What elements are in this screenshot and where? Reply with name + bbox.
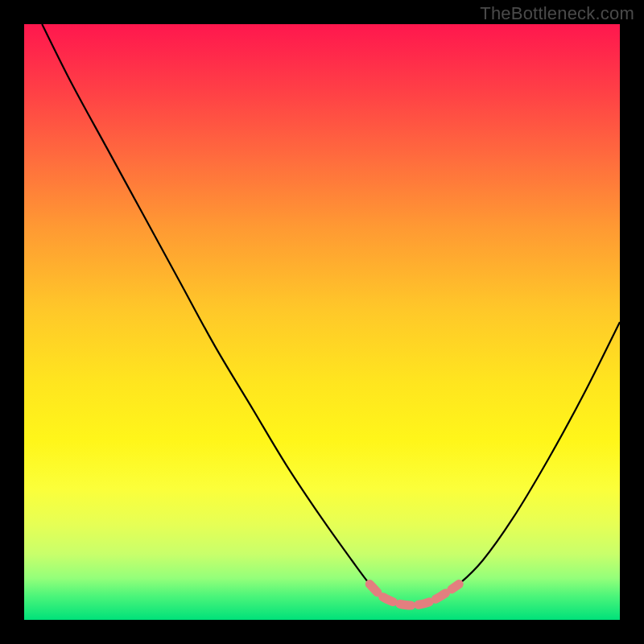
chart-overlay-svg <box>24 24 620 620</box>
chart-frame: TheBottleneck.com <box>0 0 644 644</box>
minimum-highlight <box>369 584 459 605</box>
watermark-text: TheBottleneck.com <box>480 3 634 24</box>
plot-area <box>24 24 620 620</box>
bottleneck-curve <box>42 24 620 605</box>
